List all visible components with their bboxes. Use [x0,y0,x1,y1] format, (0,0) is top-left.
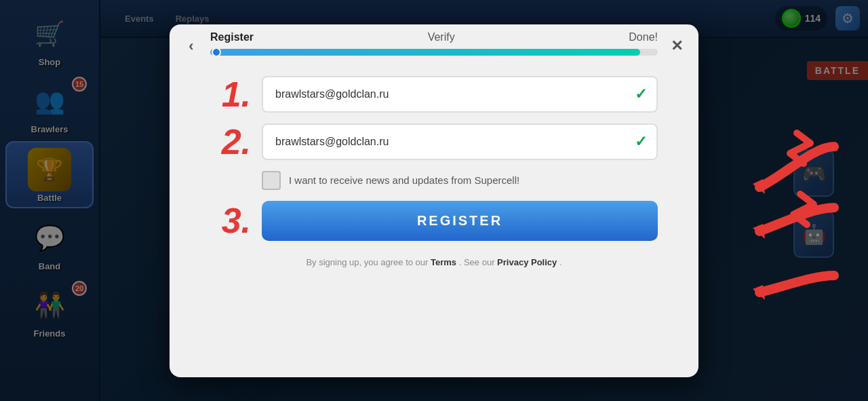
progress-dot [212,49,221,56]
terms-text: By signing up, you agree to our Terms . … [210,257,658,267]
form-area: 1. ✓ 2. ✓ I want to receive news and upd… [170,69,698,267]
email-checkmark: ✓ [635,85,647,103]
register-row: 3. REGISTER [210,201,658,241]
close-button[interactable]: ✕ [666,35,688,57]
back-button[interactable]: ‹ [180,35,202,57]
back-icon: ‹ [189,37,193,55]
register-button-label: REGISTER [417,213,502,228]
confirm-email-checkmark: ✓ [635,133,647,151]
step-done-label: Done! [629,31,658,43]
terms-mid: . See our [459,257,495,267]
newsletter-label: I want to receive news and updates from … [289,174,519,186]
confirm-email-row: 2. ✓ [210,123,658,160]
register-button[interactable]: REGISTER [262,201,658,241]
progress-bar [210,49,658,56]
svg-marker-2 [753,285,765,300]
privacy-link[interactable]: Privacy Policy [497,257,559,267]
progress-fill [210,49,640,56]
close-icon: ✕ [671,37,683,55]
email-input[interactable] [262,76,658,113]
modal-overlay: ‹ ✕ Register Verify Done! 1. ✓ [0,0,868,401]
svg-marker-0 [753,179,765,194]
terms-before: By signing up, you agree to our [306,257,428,267]
steps-header: Register Verify Done! [170,24,698,43]
step-number-1: 1. [210,77,251,112]
step-register-label: Register [210,31,254,43]
terms-link[interactable]: Terms [431,257,459,267]
confirm-email-input-wrapper: ✓ [262,123,658,160]
annotation-arrows [692,106,841,323]
newsletter-checkbox-row: I want to receive news and updates from … [210,171,658,190]
terms-end: . [559,257,562,267]
newsletter-checkbox[interactable] [262,171,281,190]
step-verify-label: Verify [428,31,455,43]
email-input-wrapper: ✓ [262,76,658,113]
register-modal: ‹ ✕ Register Verify Done! 1. ✓ [170,24,698,377]
svg-marker-1 [753,224,765,239]
email-row: 1. ✓ [210,76,658,113]
step-number-2: 2. [210,124,251,159]
step-number-3: 3. [210,203,251,238]
confirm-email-input[interactable] [262,123,658,160]
